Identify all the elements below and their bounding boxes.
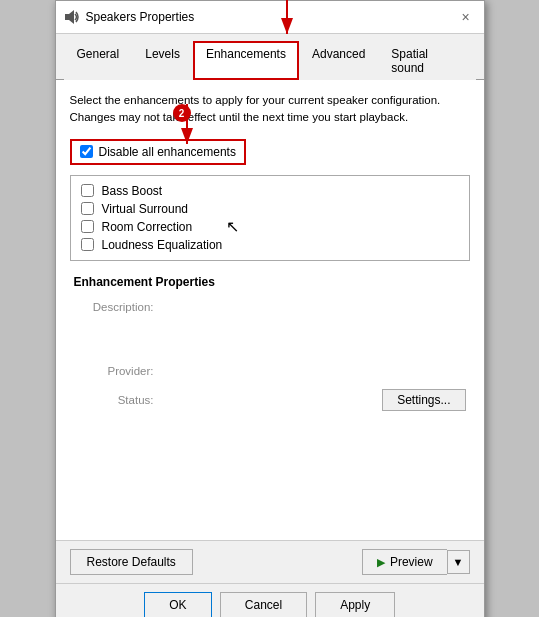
content-area: Select the enhancements to apply for you… — [56, 80, 484, 540]
tab-spatial-sound[interactable]: Spatial sound — [378, 41, 475, 80]
cancel-button[interactable]: Cancel — [220, 592, 307, 617]
status-row: Status: Settings... — [74, 389, 466, 411]
enhancement-item-virtual-surround: Virtual Surround — [81, 200, 459, 218]
virtual-surround-label[interactable]: Virtual Surround — [102, 202, 189, 216]
status-label: Status: — [74, 394, 154, 406]
ok-button[interactable]: OK — [144, 592, 212, 617]
disable-all-label[interactable]: Disable all enhancements — [99, 145, 236, 159]
tab-levels[interactable]: Levels — [132, 41, 193, 80]
room-correction-checkbox[interactable] — [81, 220, 94, 233]
bass-boost-checkbox[interactable] — [81, 184, 94, 197]
room-correction-label[interactable]: Room Correction — [102, 220, 193, 234]
enhancement-list: Bass Boost Virtual Surround Room Correct… — [70, 175, 470, 261]
tab-bar: General Levels Enhancements Advanced Spa… — [56, 34, 484, 80]
apply-button[interactable]: Apply — [315, 592, 395, 617]
loudness-equalization-checkbox[interactable] — [81, 238, 94, 251]
footer-buttons: OK Cancel Apply — [56, 583, 484, 617]
preview-group: ▶ Preview ▼ — [362, 549, 470, 575]
bottom-buttons-bar: Restore Defaults ▶ Preview ▼ — [56, 540, 484, 583]
title-bar: Speakers Properties × — [56, 1, 484, 34]
cursor-icon: ↖ — [226, 217, 239, 236]
description-text: Select the enhancements to apply for you… — [70, 92, 470, 127]
preview-button[interactable]: ▶ Preview — [362, 549, 447, 575]
close-button[interactable]: × — [456, 7, 476, 27]
enhancement-properties-area: Enhancement Properties Description: Prov… — [70, 275, 470, 411]
tab-advanced[interactable]: Advanced — [299, 41, 378, 80]
svg-marker-5 — [69, 10, 74, 24]
tab-enhancements[interactable]: Enhancements — [193, 41, 299, 80]
preview-dropdown-button[interactable]: ▼ — [447, 550, 470, 574]
settings-button[interactable]: Settings... — [382, 389, 465, 411]
enhancement-item-loudness-equalization: Loudness Equalization — [81, 236, 459, 254]
window-title: Speakers Properties — [86, 10, 195, 24]
provider-label: Provider: — [74, 365, 154, 377]
bass-boost-label[interactable]: Bass Boost — [102, 184, 163, 198]
speakers-properties-window: Speakers Properties × General Levels Enh… — [55, 0, 485, 617]
tab-general[interactable]: General — [64, 41, 133, 80]
description-row: Description: — [74, 297, 466, 317]
title-bar-left: Speakers Properties — [64, 9, 195, 25]
spacer — [74, 325, 466, 361]
enhancement-item-bass-boost: Bass Boost — [81, 182, 459, 200]
loudness-equalization-label[interactable]: Loudness Equalization — [102, 238, 223, 252]
disable-all-checkbox[interactable] — [80, 145, 93, 158]
enhancement-item-room-correction: Room Correction ↖ — [81, 218, 459, 236]
annotation-circle-2: 2 — [173, 104, 191, 122]
virtual-surround-checkbox[interactable] — [81, 202, 94, 215]
enhancement-properties-title: Enhancement Properties — [74, 275, 466, 289]
speaker-icon — [64, 9, 80, 25]
description-label: Description: — [74, 301, 154, 313]
svg-rect-4 — [65, 14, 69, 20]
play-icon: ▶ — [377, 556, 385, 569]
provider-row: Provider: — [74, 361, 466, 381]
disable-all-row: Disable all enhancements — [70, 139, 246, 165]
restore-defaults-button[interactable]: Restore Defaults — [70, 549, 193, 575]
